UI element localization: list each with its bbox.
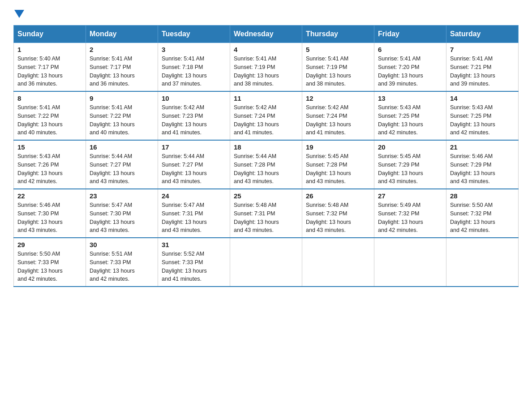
day-info: Sunrise: 5:41 AM Sunset: 7:22 PM Dayligh… xyxy=(90,103,154,137)
calendar-cell: 26 Sunrise: 5:48 AM Sunset: 7:32 PM Dayl… xyxy=(302,189,374,238)
day-number: 15 xyxy=(17,143,82,151)
calendar-cell: 11 Sunrise: 5:42 AM Sunset: 7:24 PM Dayl… xyxy=(230,91,302,140)
day-number: 9 xyxy=(90,94,154,102)
day-number: 3 xyxy=(162,46,226,53)
calendar-cell: 22 Sunrise: 5:46 AM Sunset: 7:30 PM Dayl… xyxy=(14,189,86,238)
calendar-cell: 29 Sunrise: 5:50 AM Sunset: 7:33 PM Dayl… xyxy=(14,238,86,287)
day-info: Sunrise: 5:48 AM Sunset: 7:31 PM Dayligh… xyxy=(234,201,298,235)
calendar-cell xyxy=(446,238,519,287)
day-number: 30 xyxy=(90,241,154,248)
day-header-wednesday: Wednesday xyxy=(230,26,302,43)
day-number: 12 xyxy=(306,94,370,102)
calendar-cell: 27 Sunrise: 5:49 AM Sunset: 7:32 PM Dayl… xyxy=(374,189,446,238)
day-number: 13 xyxy=(378,94,442,102)
day-number: 22 xyxy=(17,192,82,200)
day-number: 7 xyxy=(450,46,515,53)
calendar-cell: 16 Sunrise: 5:44 AM Sunset: 7:27 PM Dayl… xyxy=(86,140,158,189)
day-number: 23 xyxy=(90,192,154,200)
calendar-cell: 31 Sunrise: 5:52 AM Sunset: 7:33 PM Dayl… xyxy=(158,238,230,287)
day-info: Sunrise: 5:41 AM Sunset: 7:17 PM Dayligh… xyxy=(90,55,154,88)
day-number: 2 xyxy=(90,46,154,53)
day-number: 26 xyxy=(306,192,370,200)
day-info: Sunrise: 5:51 AM Sunset: 7:33 PM Dayligh… xyxy=(90,250,154,283)
day-number: 10 xyxy=(162,94,226,102)
calendar-week-row: 22 Sunrise: 5:46 AM Sunset: 7:30 PM Dayl… xyxy=(14,189,519,238)
day-info: Sunrise: 5:44 AM Sunset: 7:27 PM Dayligh… xyxy=(90,152,154,186)
day-info: Sunrise: 5:47 AM Sunset: 7:30 PM Dayligh… xyxy=(90,201,154,235)
calendar-cell: 15 Sunrise: 5:43 AM Sunset: 7:26 PM Dayl… xyxy=(14,140,86,189)
calendar-cell: 13 Sunrise: 5:43 AM Sunset: 7:25 PM Dayl… xyxy=(374,91,446,140)
calendar-cell xyxy=(302,238,374,287)
day-number: 14 xyxy=(450,94,515,102)
calendar-cell: 25 Sunrise: 5:48 AM Sunset: 7:31 PM Dayl… xyxy=(230,189,302,238)
logo xyxy=(13,9,24,16)
day-number: 17 xyxy=(162,143,226,151)
day-number: 6 xyxy=(378,46,442,53)
day-info: Sunrise: 5:50 AM Sunset: 7:33 PM Dayligh… xyxy=(17,250,82,283)
day-info: Sunrise: 5:52 AM Sunset: 7:33 PM Dayligh… xyxy=(162,250,226,283)
calendar-week-row: 8 Sunrise: 5:41 AM Sunset: 7:22 PM Dayli… xyxy=(14,91,519,140)
calendar-cell: 2 Sunrise: 5:41 AM Sunset: 7:17 PM Dayli… xyxy=(86,43,158,92)
day-info: Sunrise: 5:42 AM Sunset: 7:24 PM Dayligh… xyxy=(306,103,370,137)
day-number: 21 xyxy=(450,143,515,151)
day-info: Sunrise: 5:42 AM Sunset: 7:23 PM Dayligh… xyxy=(162,103,226,137)
calendar-cell: 14 Sunrise: 5:43 AM Sunset: 7:25 PM Dayl… xyxy=(446,91,519,140)
day-info: Sunrise: 5:41 AM Sunset: 7:21 PM Dayligh… xyxy=(450,55,515,88)
calendar-cell: 5 Sunrise: 5:41 AM Sunset: 7:19 PM Dayli… xyxy=(302,43,374,92)
day-info: Sunrise: 5:43 AM Sunset: 7:25 PM Dayligh… xyxy=(378,103,442,137)
calendar-cell: 4 Sunrise: 5:41 AM Sunset: 7:19 PM Dayli… xyxy=(230,43,302,92)
day-info: Sunrise: 5:43 AM Sunset: 7:25 PM Dayligh… xyxy=(450,103,515,137)
day-info: Sunrise: 5:42 AM Sunset: 7:24 PM Dayligh… xyxy=(234,103,298,137)
calendar-cell: 1 Sunrise: 5:40 AM Sunset: 7:17 PM Dayli… xyxy=(14,43,86,92)
day-number: 18 xyxy=(234,143,298,151)
svg-marker-0 xyxy=(14,10,24,18)
day-number: 29 xyxy=(17,241,82,248)
calendar-cell: 9 Sunrise: 5:41 AM Sunset: 7:22 PM Dayli… xyxy=(86,91,158,140)
day-header-thursday: Thursday xyxy=(302,26,374,43)
day-info: Sunrise: 5:45 AM Sunset: 7:29 PM Dayligh… xyxy=(378,152,442,186)
day-header-monday: Monday xyxy=(86,26,158,43)
day-number: 16 xyxy=(90,143,154,151)
day-info: Sunrise: 5:47 AM Sunset: 7:31 PM Dayligh… xyxy=(162,201,226,235)
calendar-cell: 10 Sunrise: 5:42 AM Sunset: 7:23 PM Dayl… xyxy=(158,91,230,140)
day-header-friday: Friday xyxy=(374,26,446,43)
calendar-cell: 17 Sunrise: 5:44 AM Sunset: 7:27 PM Dayl… xyxy=(158,140,230,189)
calendar-cell: 23 Sunrise: 5:47 AM Sunset: 7:30 PM Dayl… xyxy=(86,189,158,238)
day-number: 5 xyxy=(306,46,370,53)
calendar-cell xyxy=(230,238,302,287)
day-number: 1 xyxy=(17,46,82,53)
day-info: Sunrise: 5:43 AM Sunset: 7:26 PM Dayligh… xyxy=(17,152,82,186)
day-number: 28 xyxy=(450,192,515,200)
calendar-cell: 12 Sunrise: 5:42 AM Sunset: 7:24 PM Dayl… xyxy=(302,91,374,140)
calendar-week-row: 29 Sunrise: 5:50 AM Sunset: 7:33 PM Dayl… xyxy=(14,238,519,287)
day-number: 4 xyxy=(234,46,298,53)
day-info: Sunrise: 5:46 AM Sunset: 7:29 PM Dayligh… xyxy=(450,152,515,186)
day-number: 20 xyxy=(378,143,442,151)
day-header-saturday: Saturday xyxy=(446,26,519,43)
day-number: 24 xyxy=(162,192,226,200)
calendar-cell: 21 Sunrise: 5:46 AM Sunset: 7:29 PM Dayl… xyxy=(446,140,519,189)
calendar-cell: 18 Sunrise: 5:44 AM Sunset: 7:28 PM Dayl… xyxy=(230,140,302,189)
day-number: 31 xyxy=(162,241,226,248)
day-info: Sunrise: 5:50 AM Sunset: 7:32 PM Dayligh… xyxy=(450,201,515,235)
day-number: 27 xyxy=(378,192,442,200)
calendar-header-row: SundayMondayTuesdayWednesdayThursdayFrid… xyxy=(14,26,519,43)
day-info: Sunrise: 5:44 AM Sunset: 7:28 PM Dayligh… xyxy=(234,152,298,186)
day-info: Sunrise: 5:40 AM Sunset: 7:17 PM Dayligh… xyxy=(17,55,82,88)
logo-triangle-icon xyxy=(14,10,24,20)
day-info: Sunrise: 5:41 AM Sunset: 7:18 PM Dayligh… xyxy=(162,55,226,88)
calendar-cell: 30 Sunrise: 5:51 AM Sunset: 7:33 PM Dayl… xyxy=(86,238,158,287)
day-info: Sunrise: 5:49 AM Sunset: 7:32 PM Dayligh… xyxy=(378,201,442,235)
calendar-cell: 8 Sunrise: 5:41 AM Sunset: 7:22 PM Dayli… xyxy=(14,91,86,140)
calendar-cell: 28 Sunrise: 5:50 AM Sunset: 7:32 PM Dayl… xyxy=(446,189,519,238)
day-info: Sunrise: 5:44 AM Sunset: 7:27 PM Dayligh… xyxy=(162,152,226,186)
day-header-sunday: Sunday xyxy=(14,26,86,43)
calendar-cell: 7 Sunrise: 5:41 AM Sunset: 7:21 PM Dayli… xyxy=(446,43,519,92)
day-header-tuesday: Tuesday xyxy=(158,26,230,43)
calendar-cell: 19 Sunrise: 5:45 AM Sunset: 7:28 PM Dayl… xyxy=(302,140,374,189)
calendar-cell xyxy=(374,238,446,287)
page-header xyxy=(13,9,519,16)
day-info: Sunrise: 5:41 AM Sunset: 7:19 PM Dayligh… xyxy=(234,55,298,88)
calendar-cell: 20 Sunrise: 5:45 AM Sunset: 7:29 PM Dayl… xyxy=(374,140,446,189)
day-number: 11 xyxy=(234,94,298,102)
